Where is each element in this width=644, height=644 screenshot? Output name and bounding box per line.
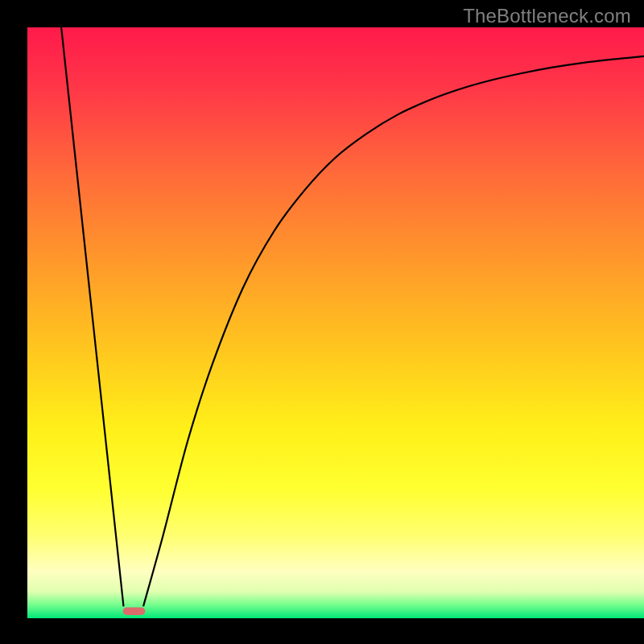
plot-area — [27, 27, 644, 618]
chart-frame: TheBottleneck.com — [0, 0, 644, 644]
bottleneck-chart — [0, 0, 644, 644]
gradient-background — [27, 27, 644, 618]
minimum-marker — [123, 607, 146, 615]
watermark-label: TheBottleneck.com — [463, 5, 631, 27]
